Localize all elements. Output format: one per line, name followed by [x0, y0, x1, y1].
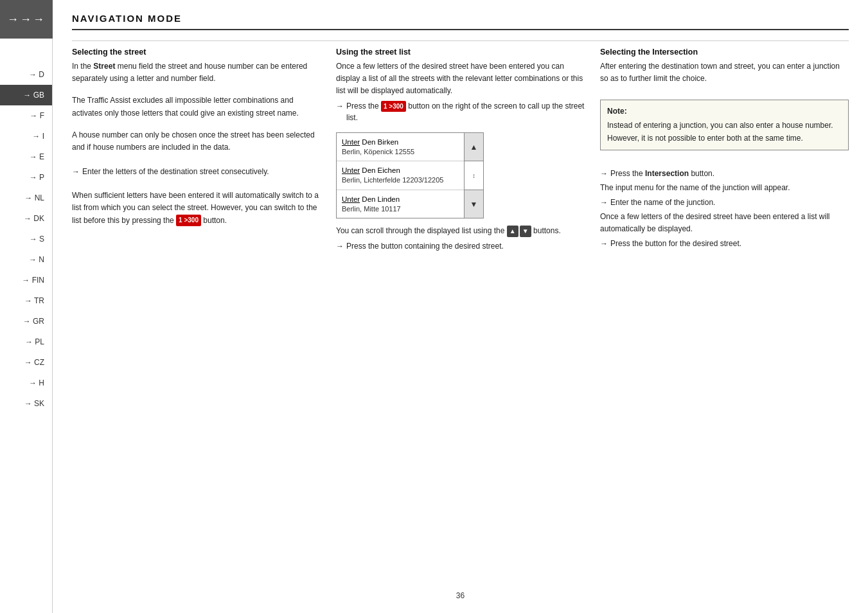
inline-arrow-btns: ▲ ▼ [507, 226, 531, 237]
col3-arrow3-text: Press the button for the desired street. [610, 238, 741, 249]
page-number: 36 [72, 591, 849, 600]
street-list-widget: Unter Den BirkenBerlin, Köpenick 12555Un… [336, 126, 585, 225]
separator [72, 40, 849, 41]
col1-title: Selecting the street [72, 48, 321, 57]
col1-p3: A house number can only be chosen once t… [72, 129, 321, 154]
sidebar-item-fin[interactable]: → FIN [0, 270, 52, 290]
col2-arrow2-icon: → [336, 240, 344, 252]
col1-arrow1-text: Enter the letters of the destination str… [82, 166, 269, 177]
sidebar-item-e[interactable]: → E [0, 147, 52, 167]
street-list-item-0[interactable]: Unter Den BirkenBerlin, Köpenick 12555 [337, 133, 464, 161]
page-title: NAVIGATION MODE [72, 13, 182, 24]
sidebar: →→→ → D→ GB→ F→ I→ E→ P→ NL→ DK→ S→ N→ F… [0, 0, 53, 613]
page: →→→ → D→ GB→ F→ I→ E→ P→ NL→ DK→ S→ N→ F… [0, 0, 868, 613]
col3-arrow1-text: Press the Intersection button. [610, 168, 714, 179]
sidebar-header: →→→ [0, 0, 53, 39]
col-selecting-street: Selecting the street In the Street menu … [72, 48, 321, 583]
col3-arrow2-text: Enter the name of the junction. [610, 197, 715, 208]
col1-p1: In the Street menu field the street and … [72, 60, 321, 85]
inline-down-btn[interactable]: ▼ [520, 226, 531, 237]
col3-p1: After entering the destination town and … [600, 60, 849, 85]
col2-p1: Once a few letters of the desired street… [336, 60, 585, 98]
main-content: NAVIGATION MODE Selecting the street In … [53, 0, 868, 613]
col3-arrow3: → Press the button for the desired stree… [600, 238, 849, 249]
note-box: Note: Instead of entering a junction, yo… [600, 100, 849, 150]
col2-arrow2: → Press the button containing the desire… [336, 240, 585, 252]
col2-arrow1: → Press the 1 >300 button on the right o… [336, 100, 585, 123]
col-intersection: Selecting the Intersection After enterin… [600, 48, 849, 583]
col3-arrow1-icon: → [600, 168, 608, 179]
street-list-items: Unter Den BirkenBerlin, Köpenick 12555Un… [337, 133, 464, 218]
sidebar-item-sk[interactable]: → SK [0, 393, 52, 414]
street-list-item-2[interactable]: Unter Den LindenBerlin, Mitte 10117 [337, 190, 464, 218]
sidebar-item-cz[interactable]: → CZ [0, 352, 52, 373]
col3-title: Selecting the Intersection [600, 48, 849, 57]
col3-p3: Once a few letters of the desired street… [600, 211, 849, 235]
note-title: Note: [607, 105, 842, 117]
col3-arrow2-icon: → [600, 197, 608, 208]
scroll-down-btn[interactable]: ▼ [465, 190, 483, 218]
col2-title: Using the street list [336, 48, 585, 57]
col1-arrow1: → Enter the letters of the destination s… [72, 166, 321, 177]
scroll-up-btn[interactable]: ▲ [465, 133, 483, 161]
col2-arrow1-text: Press the 1 >300 button on the right of … [346, 100, 585, 123]
inline-up-btn[interactable]: ▲ [507, 226, 518, 237]
sidebar-item-h[interactable]: → H [0, 373, 52, 393]
sidebar-item-s[interactable]: → S [0, 229, 52, 249]
col3-arrow2: → Enter the name of the junction. [600, 197, 849, 208]
col1-arrow1-icon: → [72, 166, 80, 177]
col3-arrow3-icon: → [600, 238, 608, 249]
sidebar-item-d[interactable]: → D [0, 64, 52, 85]
note-text: Instead of entering a junction, you can … [607, 120, 842, 144]
sidebar-item-tr[interactable]: → TR [0, 290, 52, 311]
sidebar-header-text: →→→ [7, 13, 46, 26]
col2-arrow1-icon: → [336, 100, 344, 123]
col3-arrow1: → Press the Intersection button. [600, 168, 849, 179]
col1-p4: When sufficient letters have been entere… [72, 190, 321, 227]
col3-p2: The input menu for the name of the junct… [600, 182, 849, 194]
sidebar-item-gb[interactable]: → GB [0, 85, 52, 105]
sidebar-item-dk[interactable]: → DK [0, 208, 52, 229]
sidebar-item-p[interactable]: → P [0, 167, 52, 188]
scroll-mid-indicator: ↕ [465, 161, 483, 190]
col1-p2: The Traffic Assist excludes all impossib… [72, 94, 321, 119]
content-columns: Selecting the street In the Street menu … [72, 48, 849, 583]
sidebar-item-i[interactable]: → I [0, 126, 52, 147]
col2-inline-btn[interactable]: 1 >300 [381, 101, 406, 112]
col1-inline-btn[interactable]: 1 >300 [176, 215, 201, 226]
sidebar-item-nl[interactable]: → NL [0, 188, 52, 208]
street-list-controls: ▲ ↕ ▼ [464, 133, 483, 218]
page-header: NAVIGATION MODE [72, 13, 849, 30]
sidebar-item-pl[interactable]: → PL [0, 332, 52, 352]
street-list-box: Unter Den BirkenBerlin, Köpenick 12555Un… [336, 132, 484, 218]
street-list-item-1[interactable]: Unter Den EichenBerlin, Lichterfelde 122… [337, 161, 464, 190]
sidebar-item-n[interactable]: → N [0, 249, 52, 270]
sidebar-item-gr[interactable]: → GR [0, 311, 52, 332]
sidebar-items: → D→ GB→ F→ I→ E→ P→ NL→ DK→ S→ N→ FIN→ … [0, 64, 52, 414]
col-street-list: Using the street list Once a few letters… [336, 48, 585, 583]
col2-p2: You can scroll through the displayed lis… [336, 225, 585, 237]
street-list-inner: Unter Den BirkenBerlin, Köpenick 12555Un… [337, 133, 483, 218]
sidebar-item-f[interactable]: → F [0, 105, 52, 126]
col2-arrow2-text: Press the button containing the desired … [346, 240, 504, 252]
